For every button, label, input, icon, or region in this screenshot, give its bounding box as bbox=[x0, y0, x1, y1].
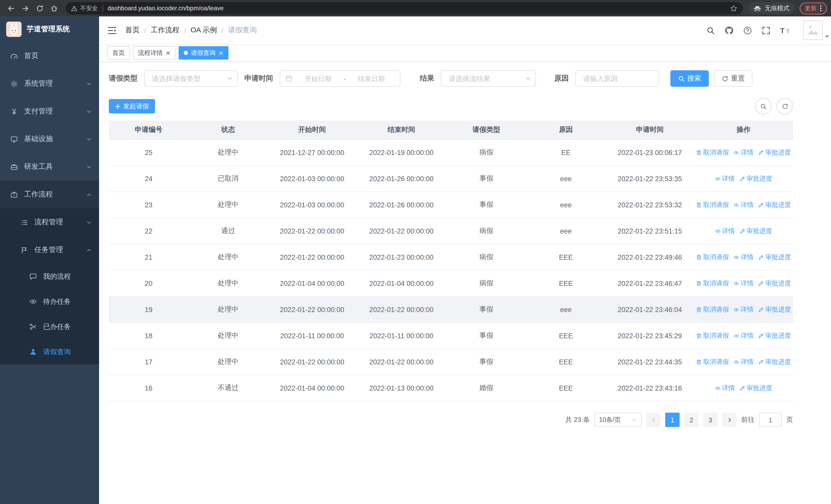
reason-field[interactable] bbox=[575, 70, 659, 87]
table-row[interactable]: 18处理中2022-01-11 00:00:002022-01-11 00:00… bbox=[109, 323, 793, 349]
progress-link[interactable]: 审批进度 bbox=[758, 148, 791, 157]
progress-link[interactable]: 审批进度 bbox=[758, 200, 791, 209]
progress-link[interactable]: 审批进度 bbox=[739, 174, 772, 183]
leave-type-value[interactable] bbox=[151, 74, 224, 83]
back-icon[interactable] bbox=[4, 2, 18, 15]
progress-link[interactable]: 审批进度 bbox=[758, 357, 791, 366]
refresh-table-button[interactable] bbox=[777, 98, 793, 114]
table-row[interactable]: 16不通过2022-01-04 00:00:002022-01-13 00:00… bbox=[109, 375, 793, 401]
leave-type-select[interactable] bbox=[144, 70, 238, 87]
user-avatar[interactable] bbox=[803, 21, 823, 40]
sidebar-item-dev-tools[interactable]: 研发工具 bbox=[0, 153, 99, 181]
fullscreen-icon[interactable] bbox=[762, 26, 770, 35]
breadcrumb-item[interactable]: 工作流程 bbox=[151, 26, 179, 35]
toggle-search-button[interactable] bbox=[755, 98, 771, 114]
progress-link[interactable]: 审批进度 bbox=[758, 331, 791, 340]
tab-process-detail[interactable]: 流程详情 bbox=[133, 46, 175, 60]
page-button-3[interactable]: 3 bbox=[703, 413, 718, 427]
home-icon[interactable] bbox=[47, 2, 61, 15]
page-button-2[interactable]: 2 bbox=[684, 413, 698, 427]
sidebar-item-todo-task[interactable]: 待办任务 bbox=[0, 289, 99, 314]
detail-link[interactable]: 详情 bbox=[715, 227, 735, 235]
trash-icon bbox=[696, 359, 701, 365]
cancel-link[interactable]: 取消请假 bbox=[696, 200, 729, 209]
close-icon[interactable] bbox=[219, 51, 223, 55]
forward-icon[interactable] bbox=[19, 2, 32, 15]
sidebar-item-label: 待办任务 bbox=[43, 297, 92, 306]
detail-link[interactable]: 详情 bbox=[715, 174, 735, 183]
table-row[interactable]: 24已取消2022-01-03 00:00:002022-01-26 00:00… bbox=[109, 166, 793, 192]
result-select[interactable] bbox=[441, 70, 536, 87]
url-bar[interactable]: 不安全 dashboard.yudao.iocoder.cn/bpm/oa/le… bbox=[66, 2, 743, 14]
sidebar-item-infrastructure[interactable]: 基础设施 bbox=[0, 125, 99, 153]
search-button[interactable]: 搜索 bbox=[670, 70, 709, 87]
table-row[interactable]: 20处理中2022-01-04 00:00:002022-01-04 00:00… bbox=[109, 270, 793, 296]
cancel-link[interactable]: 取消请假 bbox=[696, 279, 729, 288]
table-row[interactable]: 19处理中2022-01-22 00:00:002022-01-22 00:00… bbox=[109, 296, 793, 323]
next-page-button[interactable] bbox=[722, 413, 737, 427]
detail-link[interactable]: 详情 bbox=[734, 200, 753, 209]
help-icon[interactable] bbox=[743, 26, 752, 35]
progress-link[interactable]: 审批进度 bbox=[739, 227, 772, 235]
sidebar-item-done-task[interactable]: 已办任务 bbox=[0, 314, 99, 339]
update-button[interactable]: 更新 bbox=[800, 2, 827, 14]
sidebar-item-payment-mgmt[interactable]: 支付管理 bbox=[0, 97, 99, 125]
detail-link[interactable]: 详情 bbox=[734, 305, 753, 314]
cancel-link[interactable]: 取消请假 bbox=[696, 148, 729, 157]
sidebar-item-process-mgmt[interactable]: 流程管理 bbox=[0, 208, 99, 236]
search-icon[interactable] bbox=[706, 26, 715, 35]
sidebar-item-my-process[interactable]: 我的流程 bbox=[0, 264, 99, 289]
detail-link[interactable]: 详情 bbox=[715, 384, 735, 392]
breadcrumb-item[interactable]: OA 示例 bbox=[191, 26, 217, 35]
breadcrumb-item[interactable]: 首页 bbox=[125, 26, 140, 35]
close-icon[interactable] bbox=[166, 51, 170, 55]
cancel-link[interactable]: 取消请假 bbox=[696, 331, 729, 340]
github-icon[interactable] bbox=[725, 26, 734, 35]
tab-home[interactable]: 首页 bbox=[107, 46, 130, 60]
table-row[interactable]: 22通过2022-01-22 00:00:002022-01-22 00:00:… bbox=[109, 218, 793, 244]
sidebar-item-leave-query[interactable]: 请假查询 bbox=[0, 339, 99, 364]
sidebar-item-task-mgmt[interactable]: 任务管理 bbox=[0, 236, 99, 264]
result-value[interactable] bbox=[448, 74, 522, 83]
table-row[interactable]: 23处理中2022-01-03 00:00:002022-01-26 00:00… bbox=[109, 192, 793, 218]
progress-link[interactable]: 审批进度 bbox=[758, 279, 791, 288]
goto-page-input[interactable] bbox=[759, 413, 782, 427]
detail-link[interactable]: 详情 bbox=[734, 357, 753, 366]
sidebar-item-system-mgmt[interactable]: 系统管理 bbox=[0, 70, 99, 97]
progress-link[interactable]: 审批进度 bbox=[739, 384, 772, 392]
progress-link[interactable]: 审批进度 bbox=[758, 253, 791, 262]
detail-link[interactable]: 详情 bbox=[734, 148, 753, 157]
create-leave-button[interactable]: 发起请假 bbox=[109, 99, 155, 113]
reset-button[interactable]: 重置 bbox=[714, 70, 752, 87]
prev-page-button[interactable] bbox=[646, 413, 661, 427]
end-date-input[interactable] bbox=[348, 74, 395, 83]
pen-icon bbox=[758, 280, 764, 286]
cell-actions: 取消请假详情审批进度 bbox=[694, 192, 793, 218]
table-row[interactable]: 25处理中2021-12-27 00:00:002022-01-19 00:00… bbox=[109, 139, 793, 166]
detail-link[interactable]: 详情 bbox=[734, 331, 753, 340]
start-date-input[interactable] bbox=[295, 74, 342, 83]
table-row[interactable]: 17处理中2022-01-22 00:00:002022-01-22 00:00… bbox=[109, 349, 793, 375]
page-size-select[interactable]: 10条/页 bbox=[594, 413, 641, 427]
security-chip[interactable]: 不安全 bbox=[71, 4, 98, 12]
cancel-link[interactable]: 取消请假 bbox=[696, 253, 729, 262]
apply-time-range[interactable]: - bbox=[280, 70, 400, 87]
browser-menu-icon[interactable] bbox=[820, 5, 822, 12]
tab-leave-query[interactable]: 请假查询 bbox=[179, 46, 228, 60]
cancel-link[interactable]: 取消请假 bbox=[696, 305, 729, 314]
detail-link[interactable]: 详情 bbox=[734, 279, 753, 288]
app-logo[interactable]: 芋道管理系统 bbox=[0, 17, 99, 42]
progress-link[interactable]: 审批进度 bbox=[758, 305, 791, 314]
cell-reason: eee bbox=[526, 192, 606, 218]
page-button-1[interactable]: 1 bbox=[665, 413, 680, 427]
cancel-link[interactable]: 取消请假 bbox=[696, 357, 729, 366]
font-size-icon[interactable]: TT bbox=[780, 26, 792, 35]
table-row[interactable]: 21处理中2022-01-22 00:00:002022-01-23 00:00… bbox=[109, 244, 793, 270]
reload-icon[interactable] bbox=[33, 2, 46, 15]
hamburger-icon[interactable] bbox=[107, 26, 117, 35]
reason-input[interactable] bbox=[582, 74, 652, 83]
sidebar-item-home[interactable]: 首页 bbox=[0, 42, 99, 70]
sidebar-item-workflow[interactable]: 工作流程 bbox=[0, 181, 99, 208]
detail-link[interactable]: 详情 bbox=[734, 253, 753, 262]
bookmark-star-icon[interactable] bbox=[730, 4, 738, 12]
